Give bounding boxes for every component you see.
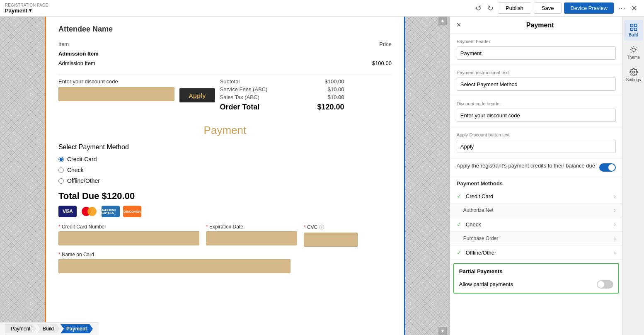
allow-partial-label: Allow partial payments — [459, 281, 593, 287]
cvc-input[interactable] — [304, 233, 358, 247]
settings-sidebar-button[interactable]: Settings — [624, 65, 643, 85]
device-preview-button[interactable]: Device Preview — [564, 2, 614, 14]
save-button[interactable]: Save — [534, 2, 562, 14]
name-on-card-row: * Name on Card — [58, 252, 392, 273]
check-label: Check — [67, 167, 84, 173]
main-layout: ▲ ▼ Attendee Name Item Price Admission I… — [0, 17, 644, 335]
apply-discount-input[interactable] — [457, 140, 616, 153]
price-column-header: Price — [283, 39, 392, 49]
credit-card-option[interactable]: Credit Card — [58, 156, 392, 163]
authorize-net-name: Authorize.Net — [463, 207, 614, 213]
discount-label: Enter your discount code — [58, 78, 174, 85]
offline-chevron-icon: › — [614, 249, 616, 256]
offline-option[interactable]: Offline/Other — [58, 177, 392, 184]
check-method-name: Check — [466, 221, 614, 228]
apply-discount-button[interactable]: Apply — [179, 88, 215, 102]
credit-card-method-name: Credit Card — [466, 193, 614, 199]
cc-number-input[interactable] — [58, 231, 199, 245]
authorize-net-chevron-icon: › — [614, 207, 616, 214]
visa-logo: VISA — [58, 206, 77, 217]
theme-icon — [629, 46, 638, 54]
scroll-down-button[interactable]: ▼ — [438, 327, 447, 335]
credit-card-method-item[interactable]: ✓ Credit Card › — [450, 189, 622, 204]
more-options-button[interactable]: ⋯ — [616, 2, 627, 15]
breadcrumb-build[interactable]: Build — [37, 324, 60, 333]
svg-point-5 — [632, 71, 634, 73]
payment-credits-toggle[interactable] — [599, 163, 616, 172]
payment-header-section: Payment header — [450, 34, 622, 65]
redo-button[interactable]: ↻ — [486, 2, 495, 15]
config-header: × Payment — [450, 17, 622, 34]
publish-button[interactable]: Publish — [498, 2, 531, 14]
expiration-input[interactable] — [206, 231, 297, 245]
payment-header-field-label: Payment header — [457, 39, 616, 44]
subtotal-amount: $100.00 — [325, 78, 344, 85]
cvc-group: * CVC ⓘ — [304, 224, 358, 247]
order-total-row: Order Total $120.00 — [220, 103, 344, 112]
check-option[interactable]: Check — [58, 167, 392, 173]
partial-payments-section: Partial Payments Allow partial payments — [453, 263, 619, 294]
offline-check-icon: ✓ — [457, 249, 462, 256]
discount-input[interactable] — [58, 87, 174, 101]
expiration-label: * Expiration Date — [206, 224, 297, 230]
admission-price: $100.00 — [283, 58, 392, 68]
credit-card-radio[interactable] — [58, 157, 64, 162]
offline-method-item[interactable]: ✓ Offline/Other › — [450, 245, 622, 260]
config-close-button[interactable]: × — [457, 21, 461, 29]
toggle-slider — [599, 163, 616, 172]
totals-section: Subtotal $100.00 Service Fees (ABC) $10.… — [220, 78, 344, 112]
name-on-card-input[interactable] — [58, 259, 291, 273]
name-on-card-group: * Name on Card — [58, 252, 291, 273]
registration-page-label: REGISTRATION PAGE — [5, 3, 470, 7]
allow-partial-row: Allow partial payments — [454, 277, 618, 293]
svg-rect-1 — [634, 24, 637, 27]
payment-instructional-input[interactable] — [457, 78, 616, 91]
expiration-group: * Expiration Date — [206, 224, 297, 245]
discount-field-group: Enter your discount code — [58, 78, 174, 101]
theme-sidebar-label: Theme — [627, 55, 640, 60]
purchase-order-item[interactable]: Purchase Order › — [450, 232, 622, 245]
discount-code-field-label: Discount code header — [457, 101, 616, 106]
close-button[interactable]: ✕ — [629, 2, 639, 15]
check-radio[interactable] — [58, 168, 64, 173]
payment-header-input[interactable] — [457, 46, 616, 60]
payment-instructional-section: Payment instructional text — [450, 65, 622, 96]
cvc-label: * CVC ⓘ — [304, 224, 358, 231]
partial-payments-header: Partial Payments — [454, 264, 618, 277]
offline-radio[interactable] — [58, 178, 64, 184]
build-sidebar-label: Build — [629, 33, 638, 37]
theme-sidebar-button[interactable]: Theme — [624, 42, 643, 63]
apply-discount-section: Apply Discount button text — [450, 127, 622, 158]
scroll-up-button[interactable]: ▲ — [438, 17, 447, 25]
page-content: Attendee Name Item Price Admission Item … — [45, 17, 405, 335]
svg-rect-3 — [634, 28, 637, 31]
check-method-item[interactable]: ✓ Check › — [450, 217, 622, 232]
settings-icon — [629, 68, 638, 76]
authorize-net-item[interactable]: Authorize.Net › — [450, 204, 622, 217]
payment-section-heading: Payment — [58, 124, 392, 137]
subtotal-label: Subtotal — [220, 78, 240, 85]
payment-credits-label: Apply the registrant's payment credits t… — [457, 163, 595, 170]
allow-partial-toggle[interactable] — [597, 280, 613, 289]
amex-logo: AMERICAN EXPRESS — [102, 206, 120, 217]
order-table: Item Price Admission Item Admission Item… — [58, 39, 392, 68]
mastercard-logo — [80, 206, 98, 217]
breadcrumb: Payment Build Payment — [0, 322, 99, 335]
discount-code-header-section: Discount code header — [450, 96, 622, 127]
config-panel: × Payment Payment header Payment instruc… — [450, 17, 622, 335]
check-method-check-icon: ✓ — [457, 221, 462, 228]
panel-sidebar: Build Theme Settings — [622, 17, 644, 335]
sales-tax-row: Sales Tax (ABC) $10.00 — [220, 94, 344, 100]
chevron-down-icon: ▾ — [29, 7, 31, 13]
offline-method-name: Offline/Other — [466, 250, 614, 256]
breadcrumb-payment-active[interactable]: Payment — [61, 324, 93, 333]
table-row: Admission Item $100.00 — [58, 58, 392, 68]
discount-code-header-input[interactable] — [457, 109, 616, 122]
breadcrumb-payment[interactable]: Payment — [5, 324, 36, 333]
undo-button[interactable]: ↺ — [474, 2, 483, 15]
order-total-label: Order Total — [220, 103, 260, 112]
build-sidebar-button[interactable]: Build — [624, 20, 643, 41]
settings-sidebar-label: Settings — [626, 78, 641, 82]
admission-item-bold: Admission Item — [58, 49, 283, 58]
purchase-order-name: Purchase Order — [463, 235, 614, 241]
